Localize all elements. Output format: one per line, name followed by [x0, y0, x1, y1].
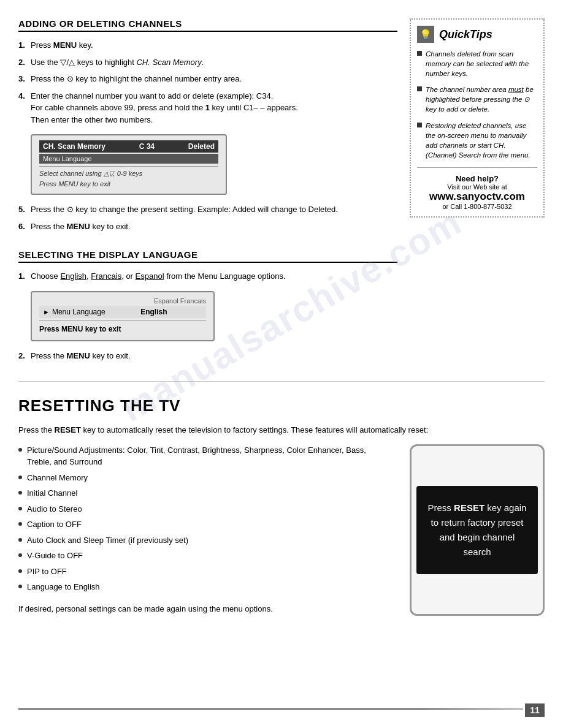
step6-num: 6. [18, 221, 28, 233]
bullet-dot-7 [18, 553, 22, 557]
step5-num: 5. [18, 203, 28, 216]
step4: 4. Enter the channel number you want to … [18, 90, 397, 126]
bullet-dot-9 [18, 585, 22, 588]
tv-screen-label: CH. Scan Memory [43, 142, 105, 151]
lang-options: Espanol Francais [154, 297, 206, 305]
step2-num: 2. [18, 56, 28, 69]
bullet-text-5: Caption to OFF [27, 518, 82, 531]
bullet-7: V-Guide to OFF [18, 550, 391, 562]
reset-intro: Press the RESET key to automatically res… [18, 424, 545, 437]
main-content: ADDING OR DELETING CHANNELS 1. Press MEN… [18, 18, 397, 366]
step4-num: 4. [18, 90, 28, 126]
section1-heading: ADDING OR DELETING CHANNELS [18, 18, 397, 32]
quick-tips-item-1: Channels deleted from scan memory can be… [417, 49, 537, 78]
bullet-6: Auto Clock and Sleep Timer (if previousl… [18, 534, 391, 547]
tv-screen-line2: Press MENU key to exit [39, 179, 218, 189]
reset-bullets: Picture/Sound Adjustments: Color, Tint, … [18, 444, 391, 593]
bottom-line [18, 708, 523, 710]
step3-text: Press the ⊙ key to highlight the channel… [31, 73, 397, 85]
need-help-url: www.sanyoctv.com [417, 191, 537, 203]
bullet-dot-8 [18, 569, 22, 573]
bullet-text-3: Initial Channel [27, 487, 77, 499]
step5-text: Press the ⊙ key to change the present se… [31, 203, 397, 216]
bullet-text-2: Channel Memory [27, 472, 88, 484]
lang-arrow-icon: ► [43, 308, 50, 316]
reset-image-box: Press RESET key again to return factory … [410, 444, 545, 616]
section2-heading: SELECTING THE DISPLAY LANGUAGE [18, 249, 397, 263]
bullet-dot-6 [18, 538, 22, 542]
quick-tips-text-3: Restoring deleted channels, use the on-s… [426, 121, 537, 160]
quick-tips-box: 💡 QuickTips Channels deleted from scan m… [410, 18, 545, 218]
bullet-9: Language to English [18, 581, 391, 593]
quick-tips-bullet-1 [417, 51, 422, 56]
need-help: Need help? Visit our Web site at www.san… [417, 167, 537, 210]
step2-text: Use the ▽/△ keys to highlight CH. Scan M… [31, 56, 397, 69]
step1-text: Press MENU key. [31, 39, 397, 51]
bullet-2: Channel Memory [18, 472, 391, 484]
bullet-text-8: PIP to OFF [27, 566, 67, 578]
quick-tips-item-2: The channel number area must be highligh… [417, 85, 537, 114]
lang-screen: Espanol Francais ► Menu Language English… [31, 291, 215, 341]
quick-tips-bullet-3 [417, 123, 422, 127]
tv-screen-divider [39, 166, 218, 167]
bullet-3: Initial Channel [18, 487, 391, 499]
bullet-text-6: Auto Clock and Sleep Timer (if previousl… [27, 534, 188, 547]
reset-section: RESETTING THE TV Press the RESET key to … [18, 396, 545, 616]
quick-tips-title: QuickTips [439, 28, 492, 41]
bullet-text-9: Language to English [27, 581, 100, 593]
step2: 2. Use the ▽/△ keys to highlight CH. Sca… [18, 56, 397, 69]
top-section: ADDING OR DELETING CHANNELS 1. Press MEN… [18, 18, 545, 366]
step1: 1. Press MENU key. [18, 39, 397, 51]
reset-inner-screen: Press RESET key again to return factory … [416, 486, 538, 574]
reset-list: Picture/Sound Adjustments: Color, Tint, … [18, 444, 391, 616]
quick-tips-item-3: Restoring deleted channels, use the on-s… [417, 121, 537, 160]
lang-step1-num: 1. [18, 270, 28, 282]
lang-step1: 1. Choose English, Francais, or Espanol … [18, 270, 397, 282]
tv-screen-value: C 34 [139, 142, 155, 151]
tv-screen-ch-scan: CH. Scan Memory C 34 Deleted Menu Langua… [31, 134, 227, 195]
lang-step2-text: Press the MENU key to exit. [31, 350, 397, 362]
lang-menu-label: Menu Language [52, 308, 105, 316]
bullet-dot-4 [18, 507, 22, 510]
quick-tips-text-2: The channel number area must be highligh… [426, 85, 537, 114]
lang-menu-row: ► Menu Language English [39, 306, 206, 318]
bullet-dot-3 [18, 491, 22, 495]
reset-footer: If desired, personal settings can be mad… [18, 603, 391, 616]
sidebar: 💡 QuickTips Channels deleted from scan m… [410, 18, 545, 366]
step3-num: 3. [18, 73, 28, 85]
need-help-phone: or Call 1-800-877-5032 [417, 203, 537, 210]
bullet-dot-5 [18, 522, 22, 526]
tv-screen-line1: Select channel using △▽, 0-9 keys [39, 169, 218, 179]
reset-title: RESETTING THE TV [18, 396, 545, 415]
step3: 3. Press the ⊙ key to highlight the chan… [18, 73, 397, 85]
lang-options-row: Espanol Francais [39, 297, 206, 305]
lang-step2-num: 2. [18, 350, 28, 362]
lang-divider [39, 320, 206, 321]
step6-text: Press the MENU key to exit. [31, 221, 397, 233]
bullet-dot-1 [18, 448, 22, 452]
page-number: 11 [525, 703, 545, 717]
page: manualsarchive.com ADDING OR DELETING CH… [0, 0, 563, 728]
tv-screen-row1: CH. Scan Memory C 34 Deleted [39, 140, 218, 153]
bullet-text-4: Audio to Stereo [27, 503, 82, 515]
bullet-4: Audio to Stereo [18, 503, 391, 515]
quick-tips-bullet-2 [417, 86, 422, 91]
reset-body: Picture/Sound Adjustments: Color, Tint, … [18, 444, 545, 616]
tv-screen-row2: Menu Language [39, 154, 218, 164]
quick-tips-icon: 💡 [417, 26, 434, 43]
need-help-title: Need help? [417, 174, 537, 183]
step6: 6. Press the MENU key to exit. [18, 221, 397, 233]
section-divider [18, 381, 545, 382]
bullet-text-1: Picture/Sound Adjustments: Color, Tint, … [27, 444, 391, 468]
tv-screen-status: Deleted [188, 142, 215, 151]
bullet-1: Picture/Sound Adjustments: Color, Tint, … [18, 444, 391, 468]
step5: 5. Press the ⊙ key to change the present… [18, 203, 397, 216]
lang-step1-text: Choose English, Francais, or Espanol fro… [31, 270, 397, 282]
bullet-dot-2 [18, 476, 22, 479]
lang-selected: English [105, 308, 202, 316]
lang-press-text: Press MENU key to exit [39, 323, 206, 335]
step4-text: Enter the channel number you want to add… [31, 90, 397, 126]
lang-step2: 2. Press the MENU key to exit. [18, 350, 397, 362]
quick-tips-header: 💡 QuickTips [417, 26, 537, 43]
step1-num: 1. [18, 39, 28, 51]
